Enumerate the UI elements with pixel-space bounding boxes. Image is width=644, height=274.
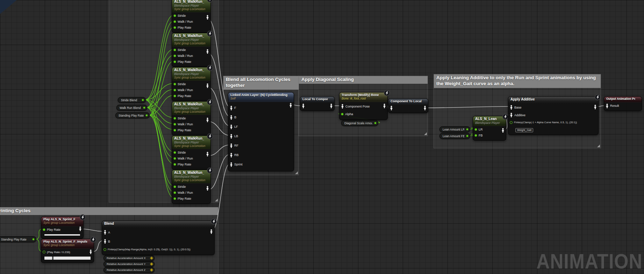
node-header[interactable]: Local To Component (300, 97, 334, 102)
variable-lean-amount-fb[interactable]: Lean Amount FB (439, 133, 470, 139)
variable-standing-play-rate[interactable]: Standing Play Rate (115, 112, 150, 118)
pin-walk-run[interactable]: Walk / Run (173, 156, 209, 162)
node-header[interactable]: Apply Additive (508, 97, 598, 103)
pin-additive[interactable]: Additive (510, 111, 597, 119)
pose-output-pin[interactable] (206, 49, 209, 54)
node-header[interactable]: ALS_N_WalkRun_BR Blendspace Player Sync … (172, 170, 210, 183)
pin-play-rate[interactable]: Play Rate (173, 162, 209, 168)
pose-output-pin[interactable] (206, 186, 209, 191)
node-als-n-walkrun-fl[interactable]: ALS_N_WalkRun_FL Blendspace Player Sync … (172, 67, 211, 101)
pin-sprint[interactable]: Sprint (230, 160, 292, 169)
node-play-als-n-sprint-f-impulse[interactable]: Play ALS_N_Sprint_F_Impulse Sync group L… (41, 239, 94, 263)
output-pin[interactable] (466, 135, 468, 137)
pin-b[interactable]: B (103, 237, 213, 246)
pin-lf[interactable]: LF (230, 122, 292, 132)
comment-title[interactable]: rinting Cycles (0, 207, 218, 215)
node-als-n-walkrun-bl[interactable]: ALS_N_WalkRun_BL Blendspace Player Sync … (172, 101, 211, 135)
node-als-n-walkrun-f[interactable]: ALS_N_WalkRun_F Blendspace Player Sync g… (172, 0, 211, 33)
pose-output-pin[interactable] (501, 128, 505, 133)
pin-play-rate[interactable]: Play Rate (173, 93, 209, 99)
comment-title[interactable]: Apply Diagonal Scaling (299, 76, 428, 84)
pin-walk-run[interactable]: Walk / Run (173, 19, 209, 25)
variable-standing-play-rate-2[interactable]: Standing Play Rate (0, 236, 36, 242)
variable-relative-acceleration-y[interactable]: Relative Acceleration Amount Y (103, 261, 155, 267)
variable-relative-acceleration-x[interactable]: Relative Acceleration Amount X (103, 255, 155, 261)
pin-walk-run[interactable]: Walk / Run (173, 53, 209, 59)
pose-output-pin[interactable] (383, 104, 386, 108)
node-header[interactable]: Play ALS_N_Sprint_F Sync group Locomotio… (41, 217, 83, 226)
node-apply-additive[interactable]: Apply Additive Base Additive FInterp(Cla… (508, 96, 599, 135)
node-header[interactable]: Linked Anim Layer: (N) CycleBlending Sel… (228, 92, 294, 102)
variable-stride-blend[interactable]: Stride Blend (118, 97, 146, 103)
output-pin[interactable] (150, 257, 153, 260)
pin-walk-run[interactable]: Walk / Run (173, 87, 209, 93)
pin-pose-through[interactable] (302, 103, 333, 109)
output-pin[interactable] (150, 262, 153, 266)
pin-f[interactable]: F (230, 103, 292, 113)
node-output-animation-pose[interactable]: Output Animation Pose Result (604, 96, 642, 111)
pin-stride[interactable]: Stride (173, 13, 209, 19)
node-header[interactable]: ALS_N_WalkRun_FL Blendspace Player Sync … (172, 67, 210, 81)
pin-base[interactable]: Base (510, 104, 597, 111)
output-pin[interactable] (142, 99, 144, 101)
pose-output-pin[interactable] (206, 118, 209, 122)
pose-output-pin[interactable] (89, 250, 92, 254)
pose-output-pin[interactable] (206, 152, 209, 156)
pin-play-rate[interactable]: Play Rate (173, 196, 209, 202)
pin-stride[interactable]: Stride (173, 81, 209, 87)
output-pin[interactable] (145, 114, 148, 117)
node-header[interactable]: Blend (102, 221, 214, 227)
pin-rf[interactable]: RF (230, 141, 292, 150)
pose-output-pin[interactable] (206, 83, 209, 88)
pin-stride[interactable]: Stride (173, 184, 209, 190)
node-local-to-component[interactable]: Local To Component (300, 96, 335, 111)
pose-output-pin[interactable] (210, 229, 213, 234)
pin-play-rate[interactable]: Play Rate (173, 59, 209, 65)
pin-walk-run[interactable]: Walk / Run (173, 121, 209, 127)
node-header[interactable]: ALS_N_WalkRun_FR Blendspace Player Sync … (172, 136, 210, 149)
pin-play-rate[interactable]: Play Rate (173, 127, 209, 133)
node-header[interactable]: ALS_N_Lean Blendspace Player (473, 116, 506, 126)
comment-title[interactable]: Apply Leaning Additive to only the Run a… (434, 74, 601, 88)
pin-play-rate[interactable]: Play Rate (43, 227, 82, 233)
pin-result[interactable]: Result (606, 103, 640, 109)
node-transform-modify-bone[interactable]: Transform (Modify) Bone Bone: ik_foot_ro… (339, 92, 388, 120)
node-als-n-lean[interactable]: ALS_N_Lean Blendspace Player LR FB (473, 116, 506, 141)
node-play-als-n-sprint-f[interactable]: Play ALS_N_Sprint_F Sync group Locomotio… (41, 216, 84, 239)
pin-lb[interactable]: LB (230, 132, 292, 141)
variable-relative-acceleration-z[interactable]: Relative Acceleration Amount Z (103, 267, 155, 273)
comment-title[interactable]: Blend all Locomotion Cycles together (223, 76, 299, 90)
node-header[interactable]: Transform (Modify) Bone Bone: ik_foot_ro… (339, 92, 387, 102)
pin-stride[interactable]: Stride (173, 47, 209, 53)
output-pin[interactable] (374, 122, 377, 124)
node-linked-anim-layer[interactable]: Linked Anim Layer: (N) CycleBlending Sel… (228, 92, 294, 171)
node-header[interactable]: Output Animation Pose (604, 97, 642, 102)
output-pin[interactable] (466, 128, 468, 131)
pin-pose-through[interactable] (390, 105, 427, 111)
pin-component-pose[interactable]: Component Pose (341, 103, 386, 110)
pin-alpha-curve[interactable]: FInterp(Clamp(-1 + Alpha Curve Name, 0.5… (510, 119, 597, 126)
pin-lr[interactable]: LR (474, 127, 505, 133)
pin-alpha-expr[interactable]: FInterp(Clamp(Map Range(Alpha, in(0: 0.2… (103, 246, 213, 253)
pin-stride[interactable]: Stride (173, 116, 209, 121)
node-header[interactable]: Play ALS_N_Sprint_F_Impulse Sync group L… (41, 239, 94, 249)
pose-output-pin[interactable] (423, 106, 427, 110)
pin-rb[interactable]: RB (230, 150, 292, 160)
variable-diagonal-scale-amount[interactable]: Diagonal Scale Amount (341, 120, 378, 126)
variable-lean-amount-lr[interactable]: Lean Amount LR (439, 126, 470, 132)
node-als-n-walkrun-br[interactable]: ALS_N_WalkRun_BR Blendspace Player Sync … (172, 170, 211, 204)
pin-play-rate[interactable]: Play Rate (173, 25, 209, 31)
node-als-n-walkrun-b[interactable]: ALS_N_WalkRun_B Blendspace Player Sync g… (172, 33, 211, 67)
node-header[interactable]: ALS_N_WalkRun_BL Blendspace Player Sync … (172, 102, 210, 115)
pose-output-pin[interactable] (330, 104, 333, 108)
pin-walk-run[interactable]: Walk / Run (173, 190, 209, 196)
graph-canvas[interactable]: Blend all Locomotion Cycles together App… (0, 0, 644, 274)
node-blend[interactable]: Blend A B FInterp(Clamp(Map Range(Alpha,… (102, 221, 215, 255)
output-pin[interactable] (32, 238, 35, 240)
pin-fb[interactable]: FB (474, 133, 505, 139)
pose-output-pin[interactable] (79, 227, 82, 231)
pin-play-rate-expr[interactable]: (Play Rate / 0.233) (43, 249, 92, 255)
pin-a[interactable]: A (103, 228, 213, 237)
node-component-to-local[interactable]: Component To Local (388, 98, 428, 113)
pose-output-pin[interactable] (289, 103, 292, 108)
